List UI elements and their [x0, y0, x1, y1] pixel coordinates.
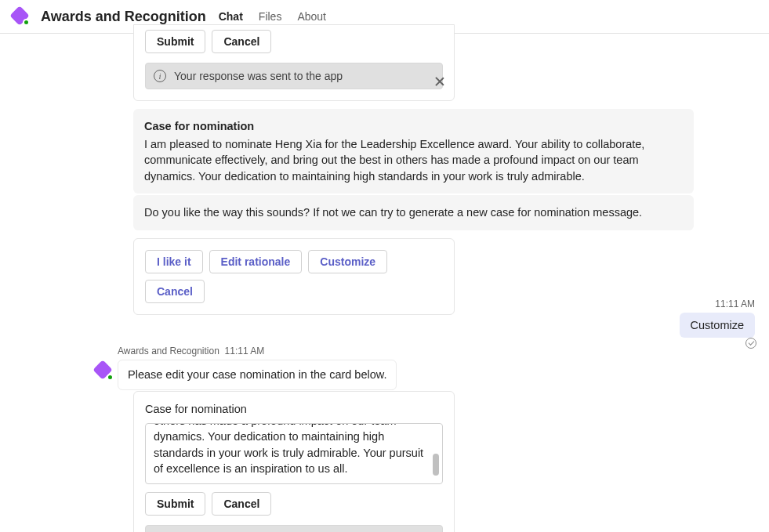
cancel-button[interactable]: Cancel [212, 30, 271, 53]
chat-area: Submit Cancel Your response was sent to … [0, 24, 769, 523]
read-receipt-icon [745, 338, 756, 349]
nomination-textarea[interactable]: communicate effectively, and bring out t… [145, 423, 443, 484]
bot-avatar [96, 363, 111, 378]
top-card: Submit Cancel Your response was sent to … [133, 24, 455, 101]
customize-button[interactable]: Customize [308, 250, 387, 273]
user-message-group: 11:11 AM Customize [680, 299, 756, 338]
sender-line: Awards and Recognition 11:11 AM [118, 346, 397, 356]
textarea-visible-text: communicate effectively, and bring out t… [154, 423, 426, 477]
edit-card-title: Case for nomination [145, 403, 443, 415]
nomination-message: Case for nomination I am pleased to nomi… [133, 109, 694, 194]
response-sent-toast: Your response was sent to the app [145, 525, 443, 532]
sender-name: Awards and Recognition [118, 346, 219, 356]
submit-button[interactable]: Submit [145, 30, 205, 53]
presence-dot-icon [107, 374, 114, 381]
scrollbar-thumb[interactable] [433, 454, 439, 476]
user-message: Customize [680, 313, 756, 338]
choice-card: I like it Edit rationale Customize Cance… [133, 238, 455, 315]
toast-text: Your response was sent to the app [174, 70, 343, 82]
cancel-button[interactable]: Cancel [212, 492, 271, 516]
submit-button[interactable]: Submit [145, 492, 205, 516]
bot-prompt: Please edit your case nomination in the … [118, 360, 397, 390]
bot-prompt-text: Please edit your case nomination in the … [128, 368, 386, 381]
cancel-nomination-button[interactable]: Cancel [145, 280, 205, 303]
edit-rationale-button[interactable]: Edit rationale [209, 250, 303, 273]
nomination-title: Case for nomination [144, 118, 683, 135]
sender-time: 11:11 AM [225, 346, 265, 356]
nomination-body: I am pleased to nominate Heng Xia for th… [144, 136, 683, 185]
i-like-it-button[interactable]: I like it [145, 250, 203, 273]
info-icon [154, 70, 166, 82]
followup-message: Do you like the way this sounds? If not … [133, 195, 694, 230]
response-sent-toast: Your response was sent to the app [145, 63, 443, 89]
edit-nomination-card: Case for nomination communicate effectiv… [133, 391, 455, 532]
app-title: Awards and Recognition [41, 9, 206, 25]
app-icon [13, 9, 28, 24]
user-timestamp: 11:11 AM [680, 299, 756, 309]
followup-text: Do you like the way this sounds? If not … [144, 206, 642, 219]
